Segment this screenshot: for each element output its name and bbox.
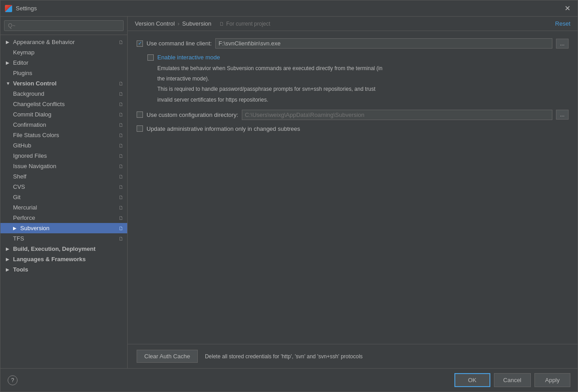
- page-icon: 🗋: [119, 81, 124, 86]
- page-icon: 🗋: [119, 153, 124, 159]
- sidebar-item-commit-dialog[interactable]: Commit Dialog 🗋: [0, 109, 127, 120]
- sidebar-item-build[interactable]: ▶ Build, Execution, Deployment: [0, 244, 127, 254]
- page-icon: 🗋: [119, 102, 124, 107]
- chevron-right-icon: ▶: [6, 60, 11, 65]
- update-admin-checkbox[interactable]: [137, 125, 143, 132]
- update-admin-row: Update administrative information only i…: [137, 125, 569, 132]
- sidebar-item-languages[interactable]: ▶ Languages & Frameworks: [0, 254, 127, 264]
- sidebar-item-editor[interactable]: ▶ Editor: [0, 58, 127, 68]
- footer: ? OK Cancel Apply: [0, 368, 578, 392]
- title-bar: Settings ✕: [0, 0, 578, 17]
- chevron-down-icon: ▼: [6, 81, 11, 86]
- clear-cache-description: Delete all stored credentials for 'http'…: [205, 353, 363, 360]
- browse-button[interactable]: ...: [556, 39, 569, 49]
- desc-line-3: This is required to handle password/pass…: [157, 85, 569, 94]
- ok-button[interactable]: OK: [454, 373, 490, 387]
- apply-button[interactable]: Apply: [534, 373, 570, 387]
- desc-line-1: Emulates the behavior when Subversion co…: [157, 64, 569, 73]
- reset-link[interactable]: Reset: [555, 20, 570, 27]
- sidebar-item-label: Confirmation: [13, 121, 46, 128]
- breadcrumb-version-control: Version Control: [135, 20, 175, 27]
- sidebar-item-label: File Status Colors: [13, 132, 59, 138]
- sidebar-item-tools[interactable]: ▶ Tools: [0, 264, 127, 275]
- page-icon: 🗋: [119, 205, 124, 210]
- sidebar-item-issue-navigation[interactable]: Issue Navigation 🗋: [0, 161, 127, 171]
- sidebar-item-subversion[interactable]: ▶ Subversion 🗋: [0, 223, 127, 233]
- sidebar-item-shelf[interactable]: Shelf 🗋: [0, 171, 127, 182]
- page-icon: 🗋: [119, 91, 124, 97]
- sidebar-item-version-control[interactable]: ▼ Version Control 🗋: [0, 78, 127, 89]
- search-box: [0, 17, 127, 35]
- sidebar-item-label: Perforce: [13, 214, 35, 221]
- sidebar-item-label: Tools: [13, 266, 28, 273]
- search-input[interactable]: [4, 20, 124, 31]
- breadcrumb: Version Control › Subversion 🗋 For curre…: [128, 17, 578, 31]
- sidebar-item-file-status-colors[interactable]: File Status Colors 🗋: [0, 130, 127, 140]
- sidebar-item-ignored-files[interactable]: Ignored Files 🗋: [0, 151, 127, 161]
- sidebar-item-label: Subversion: [20, 225, 49, 232]
- sidebar-item-label: Ignored Files: [13, 152, 47, 159]
- sidebar: ▶ Appearance & Behavior 🗋 Keymap ▶ Edito…: [0, 17, 128, 368]
- main-panel: Version Control › Subversion 🗋 For curre…: [128, 17, 578, 368]
- page-icon: 🗋: [119, 40, 124, 45]
- close-button[interactable]: ✕: [562, 3, 573, 13]
- custom-config-input[interactable]: [242, 110, 552, 120]
- desc-line-4: invalid server certificates for https re…: [157, 96, 569, 104]
- title-bar-left: Settings: [5, 5, 37, 12]
- breadcrumb-subversion: Subversion: [182, 20, 211, 27]
- sidebar-item-mercurial[interactable]: Mercurial 🗋: [0, 202, 127, 213]
- page-icon: 🗋: [119, 112, 124, 117]
- interactive-mode-block: Enable interactive mode Emulates the beh…: [147, 54, 569, 104]
- enable-interactive-checkbox[interactable]: [147, 54, 154, 61]
- custom-config-browse-button[interactable]: ...: [556, 110, 569, 120]
- sidebar-item-git[interactable]: Git 🗋: [0, 192, 127, 202]
- settings-tree: ▶ Appearance & Behavior 🗋 Keymap ▶ Edito…: [0, 35, 127, 368]
- clear-auth-cache-button[interactable]: Clear Auth Cache: [137, 350, 198, 363]
- use-command-line-checkbox[interactable]: [137, 40, 143, 47]
- sidebar-item-label: Keymap: [13, 49, 35, 56]
- chevron-right-icon: ▶: [6, 246, 11, 251]
- sidebar-item-changelist-conflicts[interactable]: Changelist Conflicts 🗋: [0, 99, 127, 109]
- sidebar-item-label: Commit Dialog: [13, 111, 51, 118]
- chevron-right-icon: ▶: [6, 40, 11, 45]
- page-icon: 🗋: [119, 215, 124, 221]
- sidebar-item-github[interactable]: GitHub 🗋: [0, 140, 127, 151]
- sidebar-item-confirmation[interactable]: Confirmation 🗋: [0, 120, 127, 130]
- desc-line-2: the interactive mode).: [157, 75, 569, 83]
- sidebar-item-label: Background: [13, 90, 44, 97]
- sidebar-item-label: GitHub: [13, 142, 31, 149]
- sidebar-item-label: Mercurial: [13, 204, 37, 211]
- sidebar-item-label: Version Control: [13, 80, 57, 87]
- enable-interactive-label: Enable interactive mode: [157, 54, 220, 61]
- chevron-right-icon: ▶: [13, 226, 18, 231]
- sidebar-item-cvs[interactable]: CVS 🗋: [0, 182, 127, 192]
- page-icon: 🗋: [119, 236, 124, 241]
- custom-config-checkbox[interactable]: [137, 111, 143, 118]
- sidebar-item-label: Editor: [13, 59, 28, 66]
- footer-buttons: OK Cancel Apply: [454, 373, 570, 387]
- bottom-section: Clear Auth Cache Delete all stored crede…: [128, 344, 578, 368]
- cancel-button[interactable]: Cancel: [494, 373, 531, 387]
- settings-window: Settings ✕ ▶ Appearance & Behavior 🗋 Key…: [0, 0, 578, 392]
- enable-interactive-row: Enable interactive mode: [147, 54, 569, 61]
- sidebar-item-plugins[interactable]: Plugins: [0, 68, 127, 78]
- app-icon: [5, 5, 12, 12]
- chevron-right-icon: ▶: [6, 267, 11, 272]
- sidebar-item-label: CVS: [13, 183, 25, 190]
- for-current-project: 🗋 For current project: [219, 21, 270, 27]
- sidebar-item-background[interactable]: Background 🗋: [0, 89, 127, 99]
- sidebar-item-label: Issue Navigation: [13, 163, 56, 169]
- sidebar-item-appearance[interactable]: ▶ Appearance & Behavior 🗋: [0, 37, 127, 47]
- sidebar-item-tfs[interactable]: TFS 🗋: [0, 233, 127, 244]
- sidebar-item-keymap[interactable]: Keymap: [0, 47, 127, 58]
- sidebar-item-label: Changelist Conflicts: [13, 101, 65, 107]
- sidebar-item-perforce[interactable]: Perforce 🗋: [0, 213, 127, 223]
- sidebar-item-label: Git: [13, 194, 21, 200]
- page-icon: 🗋: [119, 174, 124, 179]
- help-button[interactable]: ?: [8, 375, 18, 385]
- sidebar-item-label: Shelf: [13, 173, 27, 180]
- sidebar-item-label: Appearance & Behavior: [13, 39, 75, 45]
- sidebar-item-label: Plugins: [13, 70, 32, 76]
- svn-path-input[interactable]: [215, 38, 552, 49]
- sidebar-item-label: TFS: [13, 235, 24, 242]
